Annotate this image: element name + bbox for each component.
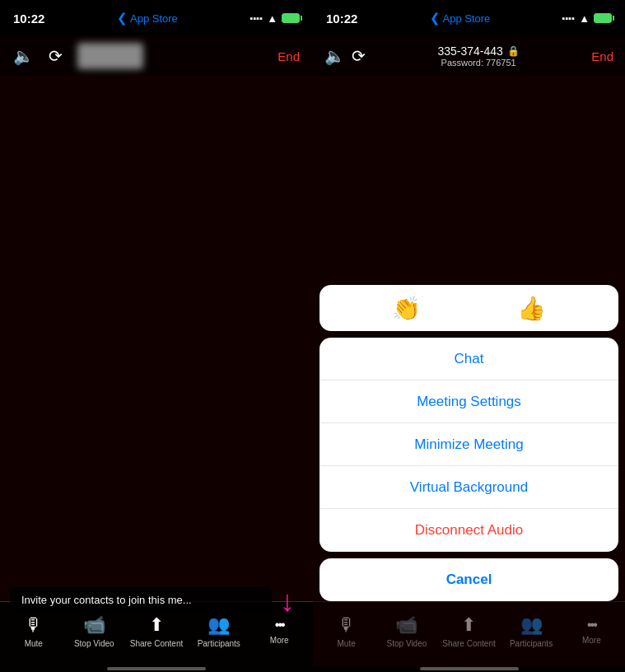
left-stop-video-button[interactable]: 📹 Stop Video [69,614,119,648]
left-speaker-icon[interactable]: 🔈 [13,46,34,66]
right-overlay-menu: 👏 👍 Chat Meeting Settings Minimize Meeti… [319,285,618,601]
right-back-label: App Store [443,12,491,25]
left-tooltip: Invite your contacts to join this me... [10,587,272,613]
right-meeting-settings-label: Meeting Settings [417,394,521,410]
left-back-chevron-icon: ❮ [117,11,128,26]
right-mic-icon: 🎙 [338,614,356,636]
right-minimize-meeting-menu-item[interactable]: Minimize Meeting [319,423,618,466]
right-panel: 10:22 ❮ App Store ▪▪▪▪ ▲ 🔈 ⟳ 335-374-443… [313,0,625,672]
right-meeting-settings-menu-item[interactable]: Meeting Settings [319,380,618,423]
right-more-icon: ••• [587,618,596,632]
left-mute-button[interactable]: 🎙 Mute [9,614,58,648]
left-stop-video-label: Stop Video [74,639,114,648]
right-chat-menu-item[interactable]: Chat [319,338,618,380]
left-battery-icon [282,13,300,23]
right-lock-icon: 🔒 [507,45,520,57]
left-end-button[interactable]: End [278,49,300,63]
left-top-bar-left: 🔈 ⟳ [13,43,143,69]
left-participants-label: Participants [198,639,240,648]
left-participants-button[interactable]: 👥 Participants [194,614,244,648]
right-status-right: ▪▪▪▪ ▲ [562,12,612,25]
right-more-label: More [582,636,601,645]
right-meeting-password: Password: 776751 [437,58,519,68]
right-disconnect-audio-menu-item[interactable]: Disconnect Audio [319,509,618,552]
right-bottom-toolbar: 🎙 Mute 📹 Stop Video ⬆ Share Content 👥 Pa… [313,601,625,667]
left-mic-icon: 🎙 [25,614,43,636]
right-cancel-label: Cancel [446,572,492,588]
right-thumbsup-emoji[interactable]: 👍 [517,295,546,322]
right-chat-label: Chat [455,351,484,367]
left-camera-switch-icon[interactable]: ⟳ [49,46,63,66]
left-share-icon: ⬆ [149,614,164,636]
left-share-content-button[interactable]: ⬆ Share Content [130,614,184,648]
right-mute-button[interactable]: 🎙 Mute [322,614,371,648]
left-mute-label: Mute [25,639,43,648]
right-menu-group: Chat Meeting Settings Minimize Meeting V… [319,338,618,552]
left-wifi-icon: ▲ [267,12,278,25]
right-mute-label: Mute [338,639,356,648]
right-more-button[interactable]: ••• More [567,618,616,645]
left-arrow-indicator: ↓ [280,586,295,616]
right-signal-icon: ▪▪▪▪ [562,13,576,23]
right-people-icon: 👥 [520,614,543,636]
left-tooltip-text: Invite your contacts to join this me... [21,594,192,606]
right-stop-video-button[interactable]: 📹 Stop Video [382,614,431,648]
right-cancel-button[interactable]: Cancel [319,558,618,601]
right-status-time: 10:22 [326,12,357,26]
left-more-label: More [270,636,289,645]
right-share-icon: ⬆ [461,614,476,636]
left-back-label: App Store [130,12,178,25]
left-top-bar: 🔈 ⟳ End [0,36,313,76]
left-video-area [0,76,313,601]
right-speaker-icon[interactable]: 🔈 [324,46,345,66]
right-share-label: Share Content [442,639,496,648]
left-status-time: 10:22 [13,12,44,26]
left-status-right: ▪▪▪▪ ▲ [250,12,300,25]
right-wifi-icon: ▲ [579,12,590,25]
right-back-chevron-icon: ❮ [430,11,441,26]
left-people-icon: 👥 [208,614,230,636]
right-virtual-background-menu-item[interactable]: Virtual Background [319,466,618,509]
right-emoji-row: 👏 👍 [319,285,618,331]
left-back-link[interactable]: ❮ App Store [117,11,178,26]
right-end-button[interactable]: End [591,49,613,63]
right-stop-video-label: Stop Video [387,639,427,648]
right-video-icon: 📹 [395,614,417,636]
right-minimize-meeting-label: Minimize Meeting [414,436,523,453]
left-more-icon: ••• [275,618,284,632]
left-signal-icon: ▪▪▪▪ [250,13,264,23]
left-home-bar [107,667,206,670]
right-status-bar: 10:22 ❮ App Store ▪▪▪▪ ▲ [313,0,625,36]
right-battery-icon [594,13,612,23]
left-more-button[interactable]: ••• More [254,618,304,645]
left-avatar-blur [77,43,143,69]
right-share-content-button[interactable]: ⬆ Share Content [442,614,496,648]
right-clap-emoji[interactable]: 👏 [392,295,421,322]
right-participants-label: Participants [510,639,553,648]
left-video-icon: 📹 [83,614,105,636]
left-panel: 10:22 ❮ App Store ▪▪▪▪ ▲ 🔈 ⟳ End Invite … [0,0,313,672]
right-home-indicator [313,667,625,672]
right-disconnect-audio-label: Disconnect Audio [415,522,523,539]
right-meeting-id-bar: 🔈 ⟳ 335-374-443 🔒 Password: 776751 End [313,36,625,76]
right-back-link[interactable]: ❮ App Store [430,11,491,26]
left-share-label: Share Content [130,639,184,648]
right-camera-icon[interactable]: ⟳ [352,46,366,66]
right-meeting-id: 335-374-443 🔒 [437,44,519,58]
left-status-bar: 10:22 ❮ App Store ▪▪▪▪ ▲ [0,0,313,36]
right-meeting-id-text: 335-374-443 [437,44,502,58]
right-home-bar [420,667,519,670]
right-virtual-background-label: Virtual Background [410,479,528,496]
left-home-indicator [0,667,313,672]
right-participants-button[interactable]: 👥 Participants [506,614,556,648]
